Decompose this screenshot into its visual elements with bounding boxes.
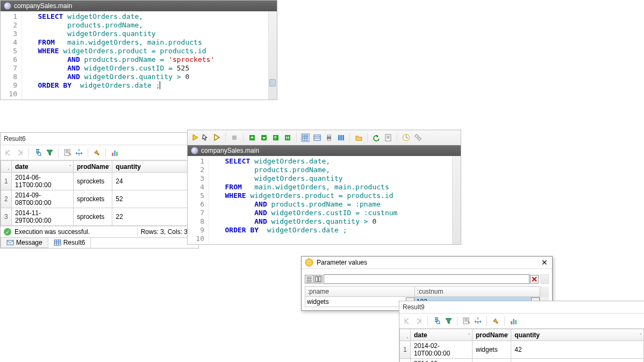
code-area-2[interactable]: 12345678910 SELECT widgetOrders.date, pr…	[188, 156, 461, 244]
editor-title-1: companySales.main	[14, 2, 72, 10]
svg-line-3	[40, 155, 41, 156]
col-date[interactable]: date	[12, 161, 74, 173]
find-icon[interactable]	[33, 148, 42, 157]
svg-rect-6	[114, 151, 116, 156]
sql-editor-window-1: companySales.main 12345678910 SELECT wid…	[0, 0, 277, 100]
table-row[interactable]: 12014-06-11T00:00:00sprockets24	[1, 173, 198, 190]
row-view-icon[interactable]	[305, 275, 313, 283]
chart-icon[interactable]	[110, 148, 119, 157]
scrollbar-vertical[interactable]	[268, 11, 277, 100]
tab-message[interactable]: Message	[1, 238, 48, 248]
row-corner	[1, 161, 12, 173]
titlebar-editor-1[interactable]: companySales.main	[1, 1, 277, 11]
close-button[interactable]: ✕	[540, 258, 549, 267]
param-dialog-titlebar[interactable]: Parameter values ✕	[302, 257, 552, 269]
execute-icon[interactable]	[191, 133, 199, 142]
svg-rect-30	[319, 276, 321, 282]
sql-editor-window-2: companySales.main 12345678910 SELECT wid…	[187, 130, 461, 245]
param-col-pname[interactable]: :pname	[305, 287, 415, 297]
next-record-icon[interactable]	[16, 148, 24, 157]
editor-title-2: companySales.main	[201, 147, 259, 154]
col-prodname[interactable]: prodName	[74, 161, 112, 173]
chart-icon[interactable]	[509, 317, 518, 325]
col-view-icon[interactable]	[314, 275, 323, 283]
svg-rect-20	[338, 135, 340, 140]
first-record-icon[interactable]	[403, 317, 411, 325]
filter-icon[interactable]	[444, 317, 453, 325]
result6-panel: Result6 date prodName quantity 12014-06-…	[0, 132, 199, 249]
grid-view-icon[interactable]	[301, 133, 310, 142]
result6-label: Result6	[1, 133, 198, 145]
titlebar-editor-2[interactable]: companySales.main	[188, 145, 461, 156]
form-view-icon[interactable]	[313, 133, 321, 142]
autofit-icon[interactable]	[474, 317, 482, 325]
rows-cols-text: Rows: 3, Cols: 3	[137, 228, 188, 236]
code-text-1[interactable]: SELECT widgetOrders.date, products.prodN…	[22, 11, 277, 100]
scrollbar-vertical[interactable]	[540, 274, 549, 284]
svg-rect-9	[54, 240, 61, 245]
code-text-2[interactable]: SELECT widgetOrders.date, products.prodN…	[209, 156, 461, 244]
col-quantity[interactable]: quantity	[511, 329, 644, 341]
result9-label: Result9	[399, 301, 644, 314]
svg-rect-16	[314, 135, 320, 140]
result6-toolbar	[1, 145, 198, 160]
pname-input[interactable]	[305, 297, 406, 306]
table-row[interactable]: 22014-09-08T00:00:00sprockets52	[1, 190, 198, 208]
clear-icon[interactable]	[530, 275, 539, 283]
col-quantity[interactable]: quantity	[112, 161, 198, 173]
filter-icon[interactable]	[45, 148, 54, 157]
export-icon[interactable]	[462, 317, 470, 325]
table-row[interactable]: 12014-02-10T00:00:00widgets42	[400, 341, 644, 359]
result6-table: date prodName quantity 12014-06-11T00:00…	[1, 160, 198, 226]
svg-rect-18	[327, 135, 331, 137]
tab-result6[interactable]: Result6	[48, 238, 91, 248]
undo-icon[interactable]	[372, 133, 381, 142]
autofit-icon[interactable]	[75, 148, 83, 157]
stop-icon[interactable]	[230, 133, 239, 142]
next-record-icon[interactable]	[414, 317, 423, 325]
pin-icon[interactable]	[491, 317, 500, 325]
script-icon[interactable]	[384, 133, 392, 142]
grid-icon	[54, 239, 61, 246]
nav2-icon[interactable]	[260, 133, 268, 142]
success-icon: ✓	[4, 228, 11, 236]
result9-table: date prodName quantity 12014-02-10T00:00…	[399, 329, 644, 362]
svg-rect-23	[385, 134, 391, 141]
svg-rect-29	[316, 276, 318, 282]
clock-icon[interactable]	[402, 133, 410, 142]
svg-rect-22	[342, 135, 344, 140]
param-cell-pname[interactable]: ▼	[305, 297, 415, 307]
status-text: Execution was successful.	[15, 228, 90, 236]
scrollbar-vertical[interactable]	[452, 156, 461, 244]
app-icon	[4, 2, 11, 10]
param-col-custnum[interactable]: :custnum	[414, 287, 540, 297]
table-row[interactable]: 32014-11-29T00:00:00sprockets22	[1, 208, 198, 226]
svg-rect-36	[511, 321, 512, 324]
nav1-icon[interactable]	[248, 133, 256, 142]
nav4-icon[interactable]	[283, 133, 292, 142]
param-toolbar	[302, 269, 552, 286]
first-record-icon[interactable]	[4, 148, 12, 157]
pin-icon[interactable]	[92, 148, 101, 157]
col-prodname[interactable]: prodName	[473, 329, 511, 341]
svg-rect-10	[232, 136, 237, 140]
find-icon[interactable]	[432, 317, 441, 325]
result9-panel: Result9 date prodName quantity 12014-02-…	[399, 301, 644, 362]
app-icon	[191, 147, 198, 154]
svg-point-26	[418, 138, 420, 140]
row-corner	[400, 329, 411, 341]
print-icon[interactable]	[325, 133, 333, 142]
columns-icon[interactable]	[337, 133, 345, 142]
line-numbers-2: 12345678910	[188, 156, 209, 244]
code-area-1[interactable]: 12345678910 SELECT widgetOrders.date, pr…	[1, 11, 277, 100]
table-row[interactable]: 22014-10-30T00:00:00widgets50	[400, 359, 644, 363]
settings-icon[interactable]	[413, 133, 422, 142]
parameter-icon	[305, 258, 313, 267]
folder-icon[interactable]	[354, 133, 363, 142]
cursor-icon[interactable]	[201, 133, 209, 142]
nav3-icon[interactable]	[271, 133, 280, 142]
col-date[interactable]: date	[411, 329, 473, 341]
execute-plan-icon[interactable]	[212, 133, 221, 142]
message-icon	[6, 239, 14, 246]
export-icon[interactable]	[63, 148, 71, 157]
